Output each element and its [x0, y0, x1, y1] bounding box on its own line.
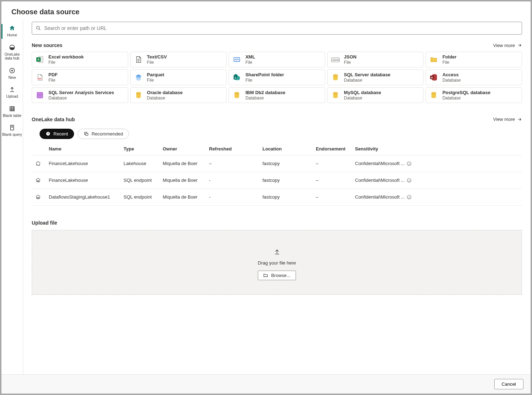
- info-icon: [407, 195, 412, 200]
- source-card-sharepoint-folder[interactable]: SSharePoint folderFile: [229, 70, 325, 85]
- source-card-postgresql-database[interactable]: PostgreSQL databaseDatabase: [426, 87, 522, 103]
- card-title: IBM Db2 database: [245, 90, 285, 96]
- source-card-text-csv[interactable]: Text/CSVFile: [130, 52, 227, 67]
- view-more-label: View more: [493, 43, 515, 48]
- excel-workbook-icon: X: [35, 55, 45, 65]
- sidebar-item-home[interactable]: Home: [1, 22, 23, 41]
- view-more-hub[interactable]: View more: [493, 117, 522, 122]
- source-card-sql-server-database[interactable]: SQL Server databaseDatabase: [327, 70, 424, 85]
- sql-endpoint-icon: [35, 176, 42, 184]
- col-owner: Owner: [160, 143, 206, 155]
- card-subtitle: File: [147, 60, 167, 65]
- table-row[interactable]: FinanceLakehouseSQL endpointMiquella de …: [32, 172, 522, 189]
- browse-button[interactable]: Browse...: [258, 271, 296, 280]
- browse-label: Browse...: [271, 273, 290, 278]
- dialog-footer: Cancel: [1, 374, 531, 394]
- clock-icon: [46, 131, 51, 136]
- chip-recommended[interactable]: Recommended: [78, 129, 129, 139]
- section-title: OneLake data hub: [32, 117, 75, 122]
- cell-owner: Miquella de Boer: [160, 189, 206, 205]
- search-box[interactable]: [32, 22, 522, 35]
- table-row[interactable]: FinanceLakehouseLakehouseMiquella de Boe…: [32, 155, 522, 172]
- source-card-json[interactable]: JSONJSONFile: [327, 52, 424, 67]
- card-subtitle: File: [245, 60, 255, 65]
- cell-owner: Miquella de Boer: [160, 172, 206, 189]
- card-title: Excel workbook: [48, 54, 84, 60]
- pdf-icon: PDF: [35, 72, 45, 82]
- sidebar-label: New: [8, 76, 16, 80]
- sidebar-item-blank-table[interactable]: Blank table: [1, 102, 23, 122]
- section-title: New sources: [32, 42, 62, 48]
- source-card-sql-server-analysis-services[interactable]: SQL Server Analysis ServicesDatabase: [32, 87, 128, 103]
- upload-dropzone[interactable]: Drag your file here Browse...: [32, 230, 522, 295]
- sidebar-item-new[interactable]: New: [1, 64, 23, 83]
- search-input[interactable]: [44, 25, 518, 31]
- svg-rect-23: [37, 92, 43, 98]
- table-row[interactable]: DataflowsStagingLakehouse1SQL endpointMi…: [32, 189, 522, 205]
- card-subtitle: Database: [48, 96, 114, 101]
- sidebar-item-blank-query[interactable]: Blank query: [1, 121, 23, 140]
- card-subtitle: File: [147, 78, 164, 83]
- source-card-excel-workbook[interactable]: XExcel workbookFile: [32, 52, 128, 67]
- card-subtitle: File: [48, 60, 84, 65]
- sharepoint-folder-icon: S: [232, 72, 242, 82]
- chip-label: Recommended: [92, 131, 123, 137]
- xml-icon: [232, 55, 242, 65]
- cell-name: DataflowsStagingLakehouse1: [46, 189, 121, 205]
- cell-endorsement: –: [313, 155, 352, 172]
- parquet-icon: [134, 72, 144, 82]
- card-subtitle: File: [48, 78, 58, 83]
- access-icon: A: [429, 72, 439, 82]
- source-card-access[interactable]: AAccessDatabase: [426, 70, 522, 85]
- folder-icon: [263, 273, 268, 278]
- card-subtitle: Database: [442, 96, 490, 101]
- source-card-ibm-db2-database[interactable]: IBM Db2 databaseDatabase: [229, 87, 325, 103]
- info-icon: [407, 161, 412, 166]
- cell-refreshed: -: [206, 172, 260, 189]
- chip-recent[interactable]: Recent: [40, 129, 74, 139]
- card-title: PostgreSQL database: [442, 90, 490, 96]
- cell-name: FinanceLakehouse: [46, 172, 121, 189]
- chip-label: Recent: [53, 131, 68, 137]
- hub-header: OneLake data hub View more: [32, 117, 522, 122]
- source-card-oracle-database[interactable]: Oracle databaseDatabase: [130, 87, 227, 103]
- source-card-folder[interactable]: FolderFile: [426, 52, 522, 67]
- card-title: Access: [442, 72, 460, 78]
- cancel-button[interactable]: Cancel: [494, 379, 523, 389]
- source-card-parquet[interactable]: ParquetFile: [130, 70, 227, 85]
- svg-point-4: [37, 26, 40, 29]
- card-subtitle: Database: [147, 96, 183, 101]
- source-card-pdf[interactable]: PDFPDFFile: [32, 70, 128, 85]
- card-title: XML: [245, 54, 255, 60]
- col-name: Name: [46, 143, 121, 155]
- source-card-xml[interactable]: XMLFile: [229, 52, 325, 67]
- card-subtitle: File: [344, 60, 356, 65]
- cell-sensitivity: Confidential\Microsoft ...: [352, 189, 522, 205]
- search-icon: [36, 25, 41, 31]
- source-card-mysql-database[interactable]: MySQL databaseDatabase: [327, 87, 424, 103]
- sidebar-label: Upload: [6, 94, 18, 99]
- card-title: SQL Server database: [344, 72, 391, 78]
- sidebar-label: Blank table: [3, 114, 21, 118]
- info-icon: [407, 178, 412, 183]
- svg-rect-35: [85, 133, 88, 135]
- sidebar-item-upload[interactable]: Upload: [1, 83, 23, 102]
- cell-location: fastcopy: [260, 172, 313, 189]
- cell-endorsement: –: [313, 189, 352, 205]
- cell-sensitivity: Confidential\Microsoft ...: [352, 172, 522, 189]
- col-sensitivity: Sensitivity: [352, 143, 522, 155]
- lakehouse-icon: [35, 160, 42, 167]
- ibm-db2-database-icon: [232, 90, 242, 100]
- oracle-database-icon: [134, 90, 144, 100]
- card-title: MySQL database: [344, 90, 381, 96]
- new-sources-header: New sources View more: [32, 42, 522, 48]
- col-refreshed: Refreshed: [206, 143, 260, 155]
- cell-owner: Miquella de Boer: [160, 155, 206, 172]
- recommended-icon: [84, 131, 89, 136]
- sidebar: Home OneLake data hub New Upload: [1, 20, 23, 374]
- sidebar-item-onelake[interactable]: OneLake data hub: [1, 41, 23, 64]
- card-title: PDF: [48, 72, 58, 78]
- sidebar-label: OneLake data hub: [2, 52, 22, 61]
- search-wrap: [32, 22, 522, 35]
- view-more-sources[interactable]: View more: [493, 43, 522, 48]
